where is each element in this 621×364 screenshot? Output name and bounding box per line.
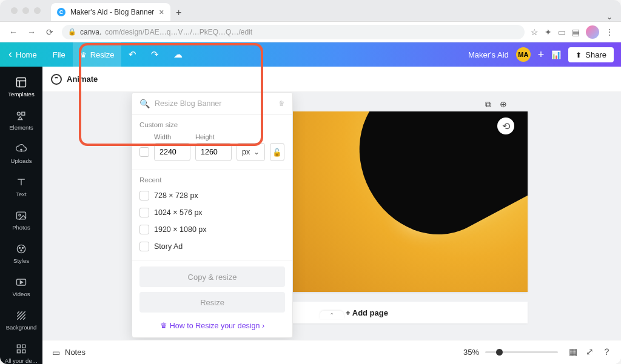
- recent-size-option[interactable]: 1920 × 1080 px: [132, 221, 292, 238]
- app-menubar: Home File Resize ↶ ↷ ☁ Maker's Aid MA + …: [0, 42, 621, 67]
- unit-select[interactable]: px: [237, 143, 265, 161]
- url-path: com/design/DAE…q…V…/…PkEQ…Q…/edit: [105, 28, 252, 36]
- recent-size-option[interactable]: 728 × 728 px: [132, 187, 292, 204]
- upload-icon: [576, 50, 582, 59]
- share-button[interactable]: Share: [568, 47, 614, 62]
- grid-icon: [15, 343, 27, 355]
- svg-rect-11: [22, 345, 25, 348]
- home-button[interactable]: Home: [0, 42, 45, 67]
- cloud-icon: ☁: [173, 49, 183, 60]
- forward-icon[interactable]: →: [25, 27, 38, 37]
- checkbox[interactable]: [139, 208, 149, 217]
- uploads-icon: [15, 143, 27, 155]
- resize-button[interactable]: Resize: [139, 292, 285, 313]
- chevron-left-icon: [8, 48, 12, 61]
- extensions-icon[interactable]: ✦: [545, 27, 552, 37]
- animate-button[interactable]: Animate: [67, 74, 98, 84]
- recent-header: Recent: [132, 170, 292, 186]
- notes-icon: [52, 348, 60, 357]
- reader-icon[interactable]: ▤: [572, 27, 580, 37]
- rail-text[interactable]: Text: [0, 171, 42, 202]
- photos-icon: [15, 210, 27, 222]
- rail-photos[interactable]: Photos: [0, 205, 42, 236]
- reload-icon[interactable]: ⟳: [44, 27, 56, 37]
- custom-size-checkbox[interactable]: [139, 147, 149, 157]
- page-thumbnails-toggle[interactable]: ⌃: [320, 311, 344, 319]
- aspect-lock-button[interactable]: 🔓: [270, 143, 284, 161]
- brand-name: Maker's Aid: [468, 50, 509, 59]
- svg-rect-12: [17, 350, 20, 353]
- resize-menu[interactable]: Resize: [73, 42, 122, 67]
- crown-icon: [160, 322, 170, 330]
- window-traffic-lights[interactable]: [11, 7, 41, 14]
- undo-icon: ↶: [129, 49, 136, 60]
- add-page-icon[interactable]: ⊕: [500, 99, 507, 110]
- browser-tab[interactable]: C Maker's Aid - Blog Banner ×: [51, 3, 170, 21]
- redo-button[interactable]: ↷: [144, 42, 166, 67]
- tabs-overflow-icon[interactable]: ⌄: [606, 13, 613, 21]
- zoom-slider[interactable]: [485, 351, 558, 353]
- checkbox[interactable]: [139, 242, 149, 251]
- videos-icon: [15, 276, 27, 288]
- custom-size-header: Custom size: [132, 115, 292, 131]
- chevron-down-icon: [253, 148, 260, 156]
- rail-styles[interactable]: Styles: [0, 238, 42, 269]
- crown-icon: ♛: [278, 99, 285, 108]
- svg-point-5: [17, 245, 25, 253]
- rail-elements[interactable]: Elements: [0, 105, 42, 136]
- copy-resize-button[interactable]: Copy & resize: [139, 266, 285, 287]
- svg-point-7: [22, 247, 24, 248]
- search-icon: 🔍: [139, 99, 150, 108]
- address-bar[interactable]: 🔒 canva. com/design/DAE…q…V…/…PkEQ…Q…/ed…: [62, 25, 525, 39]
- svg-point-1: [17, 112, 20, 115]
- rail-all-designs[interactable]: All your de…: [0, 338, 42, 364]
- rail-templates[interactable]: Templates: [0, 71, 42, 102]
- star-icon[interactable]: ☆: [531, 27, 539, 37]
- svg-point-8: [21, 250, 22, 251]
- chevron-right-icon: [260, 322, 265, 330]
- tab-title: Maker's Aid - Blog Banner: [70, 8, 154, 16]
- reset-view-button[interactable]: ⟲: [497, 117, 514, 134]
- insights-icon[interactable]: 📊: [551, 50, 561, 59]
- home-label: Home: [16, 50, 37, 59]
- undo-button[interactable]: ↶: [121, 42, 144, 67]
- recent-size-option[interactable]: Story Ad: [132, 238, 292, 255]
- width-input[interactable]: [154, 143, 190, 161]
- height-label: Height: [195, 133, 232, 141]
- duplicate-page-icon[interactable]: ⧉: [485, 99, 491, 110]
- grid-view-icon[interactable]: ▦: [569, 346, 577, 358]
- canva-favicon-icon: C: [57, 8, 65, 16]
- fullscreen-icon[interactable]: ⤢: [586, 346, 594, 358]
- height-input[interactable]: [195, 143, 232, 161]
- rail-background[interactable]: Background: [0, 305, 42, 336]
- rail-videos[interactable]: Videos: [0, 271, 42, 302]
- new-tab-button[interactable]: +: [170, 4, 187, 21]
- file-menu[interactable]: File: [45, 42, 73, 67]
- brand-badge[interactable]: MA: [516, 47, 531, 62]
- bottom-bar: Notes 35% ▦ ⤢ ？: [42, 340, 621, 364]
- svg-rect-10: [17, 345, 20, 348]
- kebab-icon[interactable]: ⋮: [605, 27, 614, 37]
- lock-icon: 🔒: [68, 28, 76, 36]
- add-member-icon[interactable]: +: [538, 48, 545, 61]
- back-icon[interactable]: ←: [7, 27, 19, 37]
- canvas-area: ⧉ ⊕ ⟲ + Add page ⌃: [42, 92, 621, 340]
- page-tools: ⧉ ⊕: [485, 99, 507, 110]
- width-label: Width: [154, 133, 190, 141]
- resize-search-input[interactable]: [155, 99, 274, 108]
- help-icon[interactable]: ？: [602, 346, 611, 358]
- bookmark-icon[interactable]: ▭: [558, 27, 566, 37]
- profile-avatar[interactable]: [586, 25, 599, 39]
- howto-resize-link[interactable]: How to Resize your design: [132, 313, 292, 337]
- close-tab-icon[interactable]: ×: [159, 7, 164, 17]
- checkbox[interactable]: [139, 191, 149, 200]
- svg-point-4: [19, 214, 21, 216]
- zoom-level[interactable]: 35%: [463, 348, 479, 357]
- background-icon: [15, 309, 27, 322]
- checkbox[interactable]: [139, 225, 149, 234]
- cloud-sync-button[interactable]: ☁: [166, 42, 190, 67]
- svg-rect-0: [17, 78, 26, 87]
- rail-uploads[interactable]: Uploads: [0, 138, 42, 169]
- notes-button[interactable]: Notes: [52, 348, 86, 357]
- recent-size-option[interactable]: 1024 × 576 px: [132, 204, 292, 221]
